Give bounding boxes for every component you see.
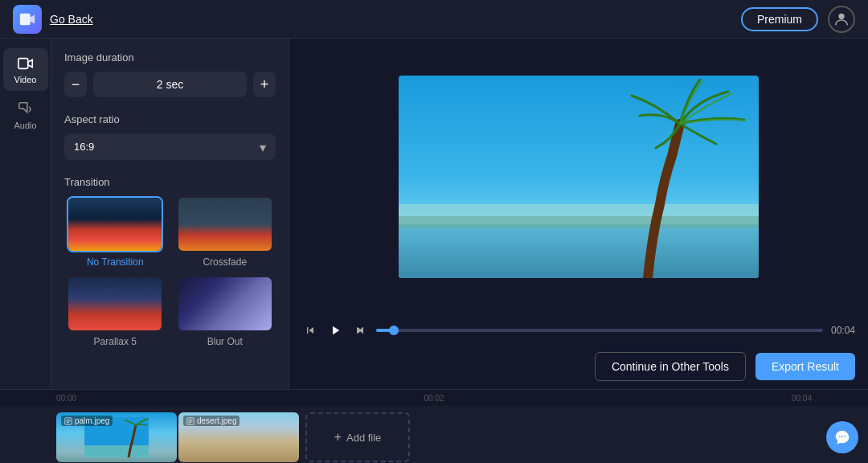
aspect-ratio-section: Aspect ratio 16:9 9:16 4:3 1:1 [64,113,276,160]
svg-rect-6 [399,216,759,228]
clip-filename-palm: palm.jpeg [75,416,109,425]
transition-grid: No Transition Crossfade Parallax 5 [64,196,276,347]
user-avatar[interactable] [828,6,855,33]
ruler-mark-2: 00:04 [623,394,812,403]
play-button[interactable] [326,322,344,339]
progress-thumb [389,326,399,335]
transition-item-parallax-5[interactable]: Parallax 5 [64,276,166,347]
transition-name-no-transition: No Transition [87,256,144,268]
ruler-mark-0: 00:00 [56,394,245,403]
controls-bar: 00:04 [289,315,868,346]
svg-rect-0 [20,13,31,25]
ruler-mark-1: 00:02 [245,394,623,403]
transition-thumb-parallax-5 [67,276,163,332]
timeline-clips: palm.jpeg desert.jpeg + Add file [0,406,868,463]
transition-thumb-no-transition [67,196,163,252]
aspect-ratio-select[interactable]: 16:9 9:16 4:3 1:1 [64,133,276,160]
video-container [289,39,868,315]
transition-name-crossfade: Crossfade [203,256,247,268]
video-frame [399,76,759,278]
sidebar-nav: Video Audio [0,39,51,389]
continue-button[interactable]: Continue in Other Tools [595,352,746,381]
clip-item-desert[interactable]: desert.jpeg [178,412,299,462]
svg-point-13 [844,436,845,437]
transition-label: Transition [64,176,276,188]
premium-button[interactable]: Premium [741,7,818,31]
aspect-ratio-label: Aspect ratio [64,113,276,125]
skip-forward-button[interactable] [352,322,368,338]
transition-thumb-crossfade [177,196,273,252]
main-layout: Video Audio Image duration − + Aspect ra… [0,39,868,389]
header-right: Premium [741,6,855,33]
timeline-ruler: 00:00 00:02 00:04 [0,390,868,406]
duration-control: − + [64,72,276,97]
header: Go Back Premium [0,0,868,39]
progress-bar[interactable] [376,329,823,332]
image-duration-section: Image duration − + [64,51,276,97]
duration-increment-button[interactable]: + [253,72,276,97]
clip-label-palm: palm.jpeg [61,416,113,426]
transition-name-parallax-5: Parallax 5 [94,336,137,347]
sidebar-item-audio-label: Audio [14,121,36,130]
export-button[interactable]: Export Result [755,353,855,380]
svg-rect-8 [84,445,149,457]
chat-icon [833,428,851,446]
settings-panel: Image duration − + Aspect ratio 16:9 9:1… [51,39,289,389]
svg-point-12 [841,436,843,437]
skip-back-button[interactable] [302,322,318,338]
clip-label-desert: desert.jpeg [183,416,240,426]
app-logo [13,5,42,34]
timeline-area: 00:00 00:02 00:04 [0,389,868,463]
svg-point-1 [838,13,844,18]
go-back-link[interactable]: Go Back [50,13,93,26]
transition-item-crossfade[interactable]: Crossfade [174,196,276,268]
duration-decrement-button[interactable]: − [64,72,87,97]
sidebar-item-video[interactable]: Video [3,48,48,91]
duration-input[interactable] [93,72,247,97]
clip-filename-desert: desert.jpeg [197,416,236,425]
video-icon [17,55,35,72]
svg-rect-5 [399,224,759,278]
action-bar: Continue in Other Tools Export Result [289,346,868,389]
sidebar-item-video-label: Video [14,75,37,84]
svg-point-11 [839,436,841,437]
aspect-ratio-wrapper[interactable]: 16:9 9:16 4:3 1:1 [64,133,276,160]
clip-item-palm[interactable]: palm.jpeg [56,412,177,462]
add-file-label: Add file [346,432,381,444]
transition-name-blur-out: Blur Out [207,336,243,347]
transition-item-no-transition[interactable]: No Transition [64,196,166,268]
preview-area: 00:04 Continue in Other Tools Export Res… [289,39,868,389]
transition-item-blur-out[interactable]: Blur Out [174,276,276,347]
image-duration-label: Image duration [64,51,276,64]
add-file-plus-icon: + [334,430,342,445]
video-preview-svg [399,76,759,278]
add-file-button[interactable]: + Add file [305,412,410,462]
transition-section: Transition No Transition Crossfade [64,176,276,347]
transition-thumb-blur-out [177,276,273,332]
sidebar-item-audio[interactable]: Audio [3,94,48,137]
time-display: 00:04 [831,325,855,336]
svg-rect-2 [18,59,27,69]
header-left: Go Back [13,5,93,34]
support-chat-button[interactable] [826,421,858,453]
audio-icon [17,100,35,118]
